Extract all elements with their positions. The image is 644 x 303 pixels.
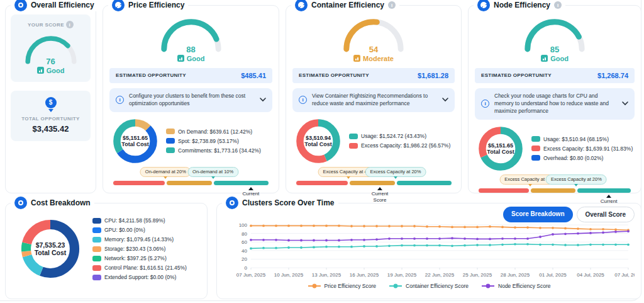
marker-label: Current Score: [365, 191, 394, 203]
threshold-pointer: [211, 176, 215, 179]
donut-total-label: Total Cost: [487, 149, 514, 155]
legend-label: Storage: $230.43 (3.06%): [104, 246, 165, 252]
legend-swatch: [531, 155, 540, 161]
legend-swatch: [92, 275, 101, 280]
your-score-label-row: YOUR SCORE i: [13, 21, 88, 28]
donut-total-label: Total Cost: [35, 249, 67, 256]
estimated-opportunity-row: ESTIMATED OPPORTUNITY $1,268.74: [475, 68, 635, 83]
score-value: 76: [22, 57, 80, 66]
recommendation-expander[interactable]: i Check your node usage charts for CPU a…: [475, 88, 635, 120]
info-icon[interactable]: i: [66, 21, 74, 28]
chevron-down-icon[interactable]: [260, 98, 266, 102]
score-bar-segment: [479, 188, 530, 193]
legend-label: Usage: $3,510.94 (68.15%): [543, 136, 609, 142]
bar-chart-badge-icon: [37, 67, 44, 74]
chart-legend-label: Node Efficiency Score: [498, 283, 550, 289]
overall-score-button[interactable]: Overall Score: [577, 207, 635, 222]
card-header: Node Efficiency i: [474, 0, 565, 11]
legend-label: Network: $397.25 (5.27%): [104, 255, 167, 261]
bar-chart-badge-icon: [177, 55, 184, 62]
legend-swatch: [92, 237, 101, 243]
rating-label: Good: [187, 55, 205, 62]
cost-donut-chart: $5,151.65 Total Cost: [477, 125, 524, 172]
score-bar-segment: [397, 181, 452, 185]
estimated-opportunity-label: ESTIMATED OPPORTUNITY: [299, 72, 369, 78]
overall-score-gauge: 76: [22, 32, 80, 65]
threshold-pointer: [394, 176, 397, 179]
overall-efficiency-card: Overall Efficiency YOUR SCORE i 76 Good …: [5, 5, 96, 193]
legend-swatch: [531, 146, 540, 151]
threshold-pointer: [528, 184, 532, 186]
donut-legend: Usage: $1,524.72 (43.43%)Excess Capacity…: [349, 133, 450, 149]
recommendation-text: Configure your clusters to benefit from …: [129, 93, 255, 108]
score-breakdown-button[interactable]: Score Breakdown: [503, 207, 572, 222]
threshold-pointer: [164, 176, 167, 179]
legend-swatch: [349, 143, 358, 149]
recommendation-expander[interactable]: i View Container Rightsizing Recommendat…: [292, 88, 455, 112]
legend-swatch: [92, 218, 101, 224]
donut-legend: On Demand: $639.61 (12.42%)Spot: $2,738.…: [166, 129, 261, 154]
donut-total-value: $5,151.65: [488, 142, 513, 149]
score-bar-segment: [167, 181, 212, 185]
recommendation-expander[interactable]: i Configure your clusters to benefit fro…: [109, 88, 272, 112]
node-score-gauge: 85: [521, 14, 589, 53]
cost-donut-row: $5,151.65 Total Cost Usage: $3,510.94 (6…: [477, 125, 637, 172]
cost-donut-row: $5,151.65 Total Cost On Demand: $639.61 …: [112, 118, 275, 164]
legend-item: GPU: $0.00 (0%): [92, 227, 187, 233]
your-score-label: YOUR SCORE: [28, 22, 64, 28]
cost-breakdown-card: Cost Breakdown $7,535.23 Total Cost CPU:…: [5, 203, 208, 299]
card-title: Clusters Score Over Time: [242, 198, 335, 207]
node-efficiency-card: Node Efficiency i 85 Good ESTIMATED OPPO…: [468, 5, 641, 193]
legend-label: Spot: $2,738.89 (53.17%): [178, 138, 239, 144]
legend-item: Excess Capacity: $1,639.91 (31.83%): [531, 146, 633, 152]
rating-label: Good: [550, 55, 569, 62]
score-bar-track: [112, 181, 270, 185]
svg-text:22 Jun, 2025: 22 Jun, 2025: [425, 272, 455, 278]
pie-chart-icon: [477, 0, 490, 11]
chevron-down-icon[interactable]: [622, 101, 628, 106]
cost-breakdown-legend: CPU: $4,211.58 (55.89%)GPU: $0.00 (0%)Me…: [92, 217, 187, 280]
marker-triangle-icon: [606, 195, 611, 198]
info-icon[interactable]: i: [388, 1, 396, 9]
estimated-opportunity-value: $485.41: [241, 72, 266, 79]
card-header: Price Efficiency: [108, 0, 188, 11]
clusters-score-card: Clusters Score Over Time Score Breakdown…: [216, 203, 641, 299]
current-score-marker: Current Score: [365, 187, 394, 203]
svg-text:100: 100: [239, 222, 248, 228]
card-header: Container Efficiency i: [291, 0, 399, 11]
info-icon[interactable]: i: [554, 1, 562, 9]
recommendation-text: Check your node usage charts for CPU and…: [494, 93, 617, 115]
donut-total-label: Total Cost: [121, 141, 148, 147]
cost-donut-chart: $3,510.94 Total Cost: [295, 118, 341, 164]
pie-chart-icon: [112, 0, 125, 11]
legend-label: Extended Support: $0.00 (0%): [104, 274, 176, 280]
recommendation-text: View Container Rightsizing Recommendatio…: [312, 93, 437, 108]
score-bar-segment: [350, 181, 395, 185]
legend-item: Control Plane: $1,616.51 (21.45%): [92, 265, 187, 271]
legend-swatch: [92, 265, 101, 271]
score-bar-segment: [214, 181, 269, 185]
chart-toggle-buttons: Score Breakdown Overall Score: [503, 207, 635, 222]
clusters-line-chart: 02040608010007 Jun, 202510 Jun, 202513 J…: [225, 220, 637, 282]
score-value: 88: [157, 45, 225, 54]
cost-donut-row: $3,510.94 Total Cost Usage: $1,524.72 (4…: [295, 118, 457, 164]
price-score-gauge: 88: [157, 14, 225, 53]
chart-legend: Price Efficiency ScoreContainer Efficien…: [217, 283, 641, 289]
target-icon: [14, 197, 27, 209]
legend-label: Overhead: $0.80 (0.02%): [543, 155, 603, 161]
dollar-icon-pointer: [48, 109, 53, 112]
chart-legend-item: Container Efficiency Score: [389, 283, 469, 289]
estimated-opportunity-label: ESTIMATED OPPORTUNITY: [116, 72, 186, 78]
legend-item: Spot: $2,738.89 (53.17%): [166, 138, 261, 144]
marker-triangle-icon: [377, 187, 382, 190]
donut-center: $5,151.65 Total Cost: [121, 127, 149, 155]
svg-text:28 Jun, 2025: 28 Jun, 2025: [501, 272, 530, 278]
legend-swatch: [166, 129, 175, 134]
container-efficiency-card: Container Efficiency i 54 Moderate ESTIM…: [286, 5, 462, 193]
legend-label: Excess Capacity: $1,986.22 (56.57%): [361, 142, 450, 149]
svg-text:20: 20: [242, 256, 247, 262]
svg-text:25 Jun, 2025: 25 Jun, 2025: [463, 272, 492, 278]
chevron-down-icon[interactable]: [442, 98, 448, 102]
legend-item: Storage: $230.43 (3.06%): [92, 246, 187, 252]
legend-label: Commitments: $1,773.16 (34.42%): [178, 147, 261, 154]
